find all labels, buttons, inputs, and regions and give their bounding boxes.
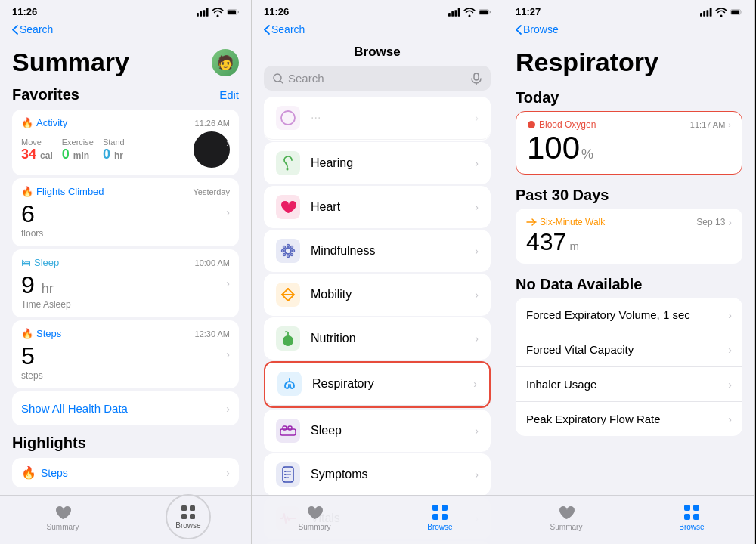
sleep-sublabel: Time Asleep <box>21 299 230 310</box>
mic-icon[interactable] <box>471 73 482 85</box>
respiratory-cat-name: Respiratory <box>312 377 463 391</box>
respiratory-scroll[interactable]: Today Blood Oxygen 11:17 AM › 100 % <box>503 83 754 544</box>
svg-point-28 <box>291 246 293 249</box>
status-icons-2 <box>448 8 491 17</box>
favorites-section-header: Favorites Edit <box>0 80 251 107</box>
exercise-value: 0 min <box>62 147 94 162</box>
respiratory-header: Respiratory <box>503 42 754 83</box>
browse-grid-icon-1 <box>181 505 196 520</box>
smw-title: Six-Minute Walk <box>526 217 605 227</box>
back-button-3[interactable]: Browse <box>516 23 742 36</box>
blood-oxygen-unit: % <box>581 147 593 162</box>
heart-cat-name: Heart <box>311 200 464 214</box>
category-group-respiratory-highlighted[interactable]: Respiratory › <box>264 361 491 408</box>
steps-title: 🔥 Steps <box>21 328 61 339</box>
nav-bar-2: Search <box>252 20 503 42</box>
nutrition-cat-icon <box>276 326 300 351</box>
inhaler-arrow: › <box>728 379 732 391</box>
data-row-inhaler[interactable]: Inhaler Usage › <box>516 367 742 402</box>
summary-header: Summary 🧑 <box>0 42 251 80</box>
panel-respiratory: 11:27 Browse <box>503 0 755 544</box>
svg-point-38 <box>284 471 286 472</box>
sleep-icon-svg <box>280 425 296 436</box>
svg-rect-11 <box>451 11 454 17</box>
svg-rect-46 <box>703 11 705 17</box>
svg-point-23 <box>287 255 290 258</box>
tab-browse-label-1: Browse <box>175 521 200 530</box>
status-bar-3: 11:27 <box>503 0 754 20</box>
hearing-cat-name: Hearing <box>311 156 464 170</box>
activity-metrics: Move 34 cal Exercise 0 min Stand 0 hr <box>21 138 125 162</box>
search-bar[interactable]: Search <box>264 66 491 91</box>
avatar[interactable]: 🧑 <box>212 49 239 76</box>
symptoms-cat-name: Symptoms <box>311 468 464 481</box>
category-list[interactable]: ··· › Hearing › <box>252 97 503 544</box>
tab-browse-1[interactable]: Browse <box>125 494 251 539</box>
browse-tab-icon-2 <box>431 503 449 521</box>
tab-bar-3: Summary Browse <box>503 495 754 544</box>
browse-grid-icon-3 <box>683 504 700 521</box>
svg-point-39 <box>284 474 286 475</box>
highlights-steps-arrow: › <box>226 467 230 479</box>
category-item-symptoms[interactable]: Symptoms › <box>264 453 491 496</box>
back-button-2[interactable]: Search <box>264 23 491 36</box>
tab-browse-2[interactable]: Browse <box>377 503 503 531</box>
browse-grid-icon-2 <box>432 504 448 521</box>
svg-rect-6 <box>181 505 187 511</box>
category-item-mindfulness[interactable]: Mindfulness › <box>264 230 491 272</box>
svg-point-26 <box>284 246 286 249</box>
flights-title: 🔥 Flights Climbed <box>21 186 104 197</box>
tab-summary-3[interactable]: Summary <box>503 503 629 531</box>
data-row-fev[interactable]: Forced Expiratory Volume, 1 sec › <box>516 298 742 332</box>
svg-point-25 <box>293 250 295 252</box>
category-item-respiratory[interactable]: Respiratory › <box>265 363 489 406</box>
highlights-steps-card[interactable]: 🔥 Steps › <box>12 458 239 487</box>
hearing-icon <box>280 155 296 172</box>
edit-button[interactable]: Edit <box>219 88 239 101</box>
activity-card[interactable]: 🔥 Activity 11:26 AM › Move 34 cal Exerci… <box>12 110 239 175</box>
tab-summary-label-3: Summary <box>550 523 583 531</box>
category-item-sleep[interactable]: Sleep › <box>264 410 491 452</box>
flights-unit: floors <box>21 228 230 239</box>
svg-rect-12 <box>454 10 457 16</box>
tab-bar-2: Summary Browse <box>252 495 503 544</box>
show-all-health-data[interactable]: Show All Health Data › <box>12 391 239 425</box>
flights-card[interactable]: 🔥 Flights Climbed Yesterday › 6 floors <box>12 178 239 246</box>
svg-rect-5 <box>228 10 236 14</box>
panel1-scroll[interactable]: Favorites Edit 🔥 Activity 11:26 AM › Mov… <box>0 80 251 544</box>
category-item-nutrition[interactable]: Nutrition › <box>264 317 491 360</box>
smw-date-arrow: Sep 13 › <box>696 216 732 228</box>
tab-summary-2[interactable]: Summary <box>252 503 377 531</box>
steps-card[interactable]: 🔥 Steps 12:30 AM › 5 steps <box>12 320 239 388</box>
tab-summary-1[interactable]: Summary <box>0 503 125 531</box>
hearing-cat-icon <box>276 151 300 175</box>
category-item-mobility[interactable]: Mobility › <box>264 274 491 316</box>
wifi-icon-2 <box>463 8 476 17</box>
tab-browse-3[interactable]: Browse <box>629 503 754 531</box>
six-min-walk-card[interactable]: Six-Minute Walk Sep 13 › 437 m <box>516 209 742 264</box>
svg-rect-9 <box>190 514 195 519</box>
data-row-pefr[interactable]: Peak Expiratory Flow Rate › <box>516 402 742 436</box>
svg-point-22 <box>287 245 290 247</box>
svg-rect-44 <box>442 514 448 520</box>
smw-date: Sep 13 <box>696 217 725 227</box>
respiratory-cat-arrow: › <box>473 378 477 390</box>
svg-rect-8 <box>181 514 187 519</box>
category-item-heart[interactable]: Heart › <box>264 186 491 228</box>
data-row-fvc[interactable]: Forced Vital Capacity › <box>516 332 742 367</box>
highlights-label: Highlights <box>0 428 251 455</box>
blood-oxygen-card[interactable]: Blood Oxygen 11:17 AM › 100 % <box>516 111 742 175</box>
svg-rect-32 <box>283 426 287 430</box>
back-button-1[interactable]: Search <box>12 23 239 36</box>
svg-rect-0 <box>197 12 199 16</box>
steps-unit: steps <box>21 370 230 381</box>
category-group-symptoms: Symptoms › <box>264 453 491 496</box>
blood-oxygen-value: 100 % <box>527 130 731 166</box>
sleep-card[interactable]: 🛏 Sleep 10:00 AM › 9 hr Time Asleep <box>12 249 239 317</box>
show-all-label: Show All Health Data <box>21 402 128 415</box>
battery-icon <box>227 8 239 17</box>
move-value: 34 cal <box>21 147 53 162</box>
category-item-hearing[interactable]: Hearing › <box>264 142 491 184</box>
sleep-value: 9 hr <box>21 271 54 299</box>
partial-category-group: ··· › <box>264 97 491 141</box>
